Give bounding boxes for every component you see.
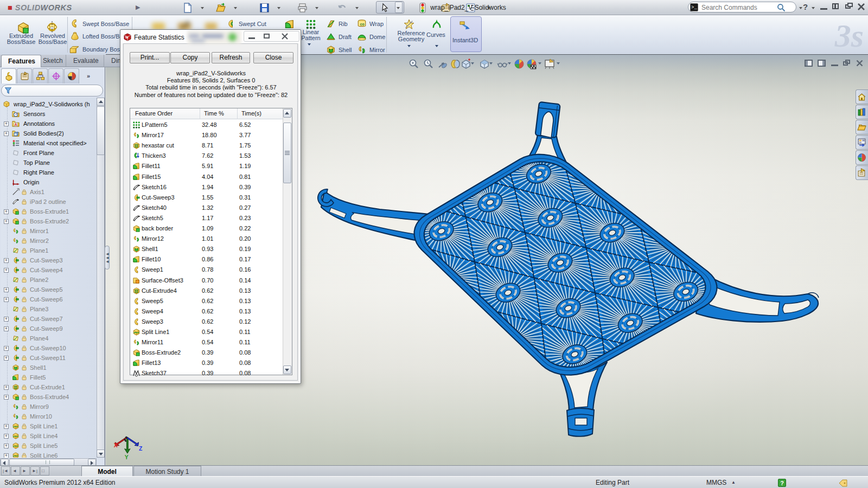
svg-text:W: W <box>125 36 129 39</box>
